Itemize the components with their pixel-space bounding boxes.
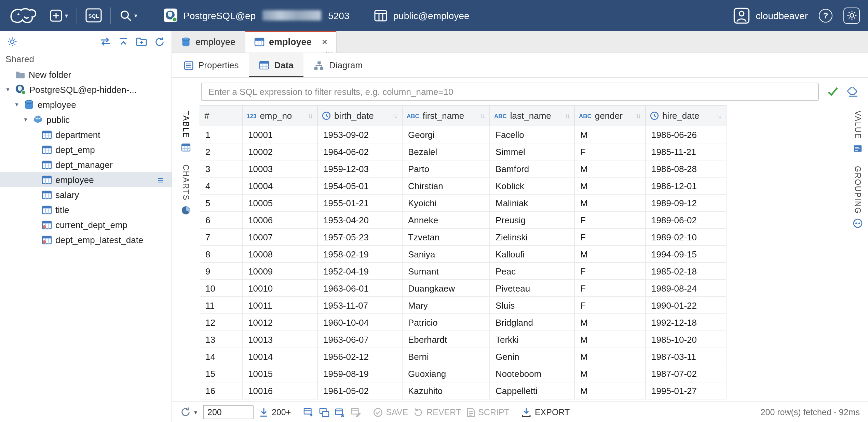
column-header-birth_date[interactable]: birth_date↑↓ [317, 106, 402, 126]
data-cell[interactable]: Eberhardt [402, 331, 490, 348]
data-cell[interactable]: M [574, 245, 646, 263]
data-cell[interactable]: Zielinski [490, 228, 574, 245]
data-cell[interactable]: M [574, 314, 646, 331]
row-index-cell[interactable]: 3 [200, 160, 242, 177]
panel-grouping[interactable]: GROUPING [853, 166, 863, 230]
data-cell[interactable]: 1986-08-28 [646, 160, 726, 177]
data-cell[interactable]: 1989-08-24 [646, 280, 726, 297]
data-cell[interactable]: F [574, 211, 646, 228]
data-cell[interactable]: Maliniak [490, 194, 574, 211]
data-cell[interactable]: 1994-09-15 [646, 245, 726, 263]
data-cell[interactable]: 1989-09-12 [646, 194, 726, 211]
sort-icon[interactable]: ↑↓ [716, 112, 722, 119]
subtab-data[interactable]: Data [249, 53, 304, 77]
data-cell[interactable]: 1987-03-11 [646, 348, 726, 365]
data-cell[interactable]: M [574, 177, 646, 194]
data-cell[interactable]: Guoxiang [402, 365, 490, 382]
save-button[interactable]: SAVE [373, 407, 408, 417]
row-index-cell[interactable]: 10 [200, 280, 242, 297]
data-cell[interactable]: 1953-11-07 [317, 297, 402, 314]
data-cell[interactable]: 10005 [242, 194, 317, 211]
data-cell[interactable]: Preusig [490, 211, 574, 228]
tree-item-dept_emp[interactable]: dept_emp [0, 142, 172, 157]
collapse-all-icon[interactable] [118, 37, 128, 46]
data-cell[interactable]: Georgi [402, 126, 490, 143]
data-cell[interactable]: 10006 [242, 211, 317, 228]
data-cell[interactable]: F [574, 297, 646, 314]
sort-icon[interactable]: ↑↓ [480, 112, 485, 119]
fetch-next-button[interactable]: 200+ [259, 407, 291, 417]
data-cell[interactable]: F [574, 263, 646, 280]
data-cell[interactable]: 1957-05-23 [317, 228, 402, 245]
sort-icon[interactable]: ↑↓ [392, 112, 398, 119]
row-limit-input[interactable] [203, 405, 253, 419]
edit-table-icon[interactable] [350, 407, 361, 417]
add-row-icon[interactable] [303, 407, 313, 417]
data-cell[interactable]: 1961-05-02 [317, 382, 402, 399]
data-cell[interactable]: Patricio [402, 314, 490, 331]
data-cell[interactable]: 10016 [242, 382, 317, 399]
expand-chevron-icon[interactable]: ▾ [13, 101, 21, 108]
row-index-cell[interactable]: 2 [200, 143, 242, 160]
data-cell[interactable]: M [574, 160, 646, 177]
tree-item-department[interactable]: department [0, 127, 172, 142]
tree-item-dept_manager[interactable]: dept_manager [0, 157, 172, 172]
data-cell[interactable]: 1963-06-07 [317, 331, 402, 348]
sort-icon[interactable]: ↑↓ [308, 112, 313, 119]
data-cell[interactable]: M [574, 331, 646, 348]
data-cell[interactable]: Berni [402, 348, 490, 365]
data-cell[interactable]: Tzvetan [402, 228, 490, 245]
data-cell[interactable]: 1990-01-22 [646, 297, 726, 314]
user-menu[interactable]: cloudbeaver [733, 7, 808, 24]
refresh-button[interactable]: ▾ [180, 407, 197, 417]
data-cell[interactable]: 1986-06-26 [646, 126, 726, 143]
row-index-cell[interactable]: 5 [200, 194, 242, 211]
row-index-cell[interactable]: 14 [200, 348, 242, 365]
revert-button[interactable]: REVERT [413, 407, 461, 417]
column-header-first_name[interactable]: ABCfirst_name↑↓ [402, 106, 490, 126]
data-cell[interactable]: 1985-11-21 [646, 143, 726, 160]
data-cell[interactable]: 10004 [242, 177, 317, 194]
data-cell[interactable]: 10003 [242, 160, 317, 177]
data-cell[interactable]: Duangkaew [402, 280, 490, 297]
data-cell[interactable]: Anneke [402, 211, 490, 228]
tree-item-New folder[interactable]: New folder [0, 67, 172, 82]
help-button[interactable]: ? [819, 9, 832, 22]
data-cell[interactable]: Facello [490, 126, 574, 143]
data-cell[interactable]: 10007 [242, 228, 317, 245]
data-cell[interactable]: Mary [402, 297, 490, 314]
tree-item-salary[interactable]: salary [0, 187, 172, 202]
data-cell[interactable]: 1956-02-12 [317, 348, 402, 365]
data-cell[interactable]: M [574, 348, 646, 365]
row-index-cell[interactable]: 16 [200, 382, 242, 399]
data-cell[interactable]: 10008 [242, 245, 317, 263]
expand-chevron-icon[interactable]: ▾ [4, 86, 12, 93]
data-cell[interactable]: Piveteau [490, 280, 574, 297]
new-object-button[interactable]: ▾ [48, 7, 69, 24]
data-cell[interactable]: Saniya [402, 245, 490, 263]
add-folder-icon[interactable] [136, 37, 147, 46]
row-index-cell[interactable]: 8 [200, 245, 242, 263]
data-cell[interactable]: Peac [490, 263, 574, 280]
presentation-table[interactable]: TABLE [181, 111, 191, 153]
sort-icon[interactable]: ↑↓ [565, 112, 570, 119]
sidebar-settings-icon[interactable] [7, 36, 18, 47]
row-index-cell[interactable]: 11 [200, 297, 242, 314]
data-cell[interactable]: Bamford [490, 160, 574, 177]
data-cell[interactable]: Genin [490, 348, 574, 365]
data-cell[interactable]: 1954-05-01 [317, 177, 402, 194]
data-cell[interactable]: M [574, 382, 646, 399]
presentation-charts[interactable]: CHARTS [181, 164, 191, 217]
data-cell[interactable]: 1986-12-01 [646, 177, 726, 194]
tree-item-employee[interactable]: employee≡ [0, 172, 172, 187]
tree-item-PostgreSQL@ep-hidden-...[interactable]: ▾PostgreSQL@ep-hidden-... [0, 82, 172, 97]
data-cell[interactable]: 10010 [242, 280, 317, 297]
data-cell[interactable]: 1963-06-01 [317, 280, 402, 297]
data-cell[interactable]: M [574, 365, 646, 382]
data-cell[interactable]: Kalloufi [490, 245, 574, 263]
sync-connection-icon[interactable] [100, 37, 111, 46]
data-cell[interactable]: M [574, 126, 646, 143]
tree-item-title[interactable]: title [0, 202, 172, 217]
sort-icon[interactable]: ↑↓ [636, 112, 641, 119]
clear-filter-eraser-icon[interactable] [847, 86, 858, 97]
